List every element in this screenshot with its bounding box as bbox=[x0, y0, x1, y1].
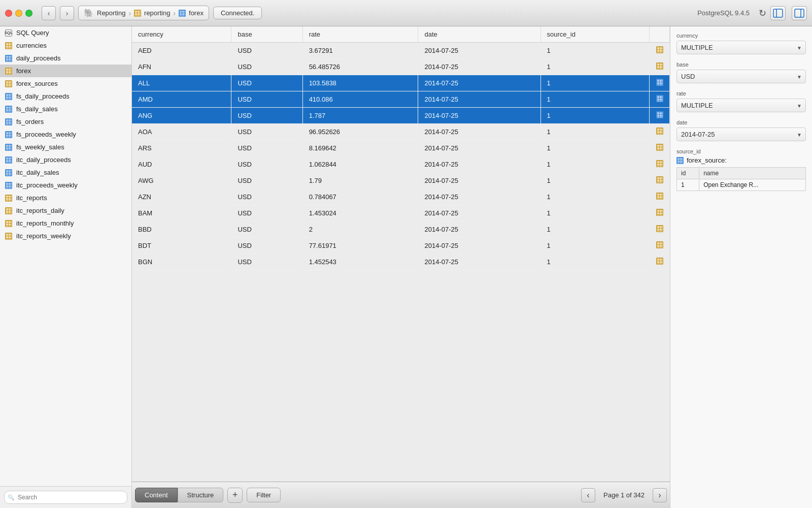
table-row[interactable]: AFN USD 56.485726 2014-07-25 1 bbox=[132, 59, 670, 75]
cell-rate: 56.485726 bbox=[302, 59, 418, 75]
view-sidebar-left-button[interactable] bbox=[770, 6, 786, 20]
rp-rate-select[interactable]: MULTIPLE bbox=[676, 99, 806, 112]
sidebar-item-itc-reports-monthly[interactable]: itc_reports_monthly bbox=[0, 217, 131, 230]
sidebar-item-daily-proceeds[interactable]: daily_proceeds bbox=[0, 52, 131, 65]
forward-button[interactable]: › bbox=[60, 6, 74, 20]
sidebar-item-forex[interactable]: forex bbox=[0, 65, 131, 77]
sidebar-item-label: itc_daily_sales bbox=[16, 169, 59, 176]
table-blue-icon bbox=[5, 118, 12, 125]
cell-base: USD bbox=[231, 189, 302, 205]
cell-source-id: 1 bbox=[540, 75, 649, 91]
cell-rate: 77.61971 bbox=[302, 238, 418, 254]
filter-button[interactable]: Filter bbox=[247, 488, 281, 502]
table-row[interactable]: BAM USD 1.453024 2014-07-25 1 bbox=[132, 205, 670, 221]
row-table-icon bbox=[656, 144, 663, 151]
cell-source-id: 1 bbox=[540, 43, 649, 59]
cell-source-id: 1 bbox=[540, 254, 649, 270]
cell-rate: 103.5838 bbox=[302, 75, 418, 91]
tab-content[interactable]: Content bbox=[135, 488, 178, 502]
table-row[interactable]: BDT USD 77.61971 2014-07-25 1 bbox=[132, 238, 670, 254]
sidebar-item-currencies[interactable]: currencies bbox=[0, 39, 131, 52]
rp-fk-table-name: forex_source: bbox=[687, 156, 727, 164]
sidebar-item-itc-daily-proceeds[interactable]: itc_daily_proceeds bbox=[0, 153, 131, 166]
table-row[interactable]: BBD USD 2 2014-07-25 1 bbox=[132, 221, 670, 238]
page-nav: ‹ Page 1 of 342 › bbox=[581, 488, 667, 502]
col-currency[interactable]: currency bbox=[132, 26, 231, 43]
prev-page-button[interactable]: ‹ bbox=[581, 488, 595, 502]
sidebar-item-fs-daily-proceeds[interactable]: fs_daily_proceeds bbox=[0, 90, 131, 103]
row-table-icon bbox=[656, 176, 663, 183]
col-base[interactable]: base bbox=[231, 26, 302, 43]
table-row[interactable]: AED USD 3.67291 2014-07-25 1 bbox=[132, 43, 670, 59]
sidebar-item-itc-proceeds-weekly[interactable]: itc_proceeds_weekly bbox=[0, 179, 131, 192]
sidebar-item-fs-orders[interactable]: fs_orders bbox=[0, 115, 131, 128]
breadcrumb-schema[interactable]: reporting bbox=[144, 9, 170, 17]
cell-base: USD bbox=[231, 254, 302, 270]
cell-base: USD bbox=[231, 108, 302, 124]
table-row[interactable]: ARS USD 8.169642 2014-07-25 1 bbox=[132, 140, 670, 156]
search-input[interactable] bbox=[4, 491, 127, 504]
row-table-icon bbox=[656, 95, 663, 102]
cell-base: USD bbox=[231, 59, 302, 75]
sidebar-item-sql-query[interactable]: SQLSQL Query bbox=[0, 26, 131, 39]
cell-rate: 1.79 bbox=[302, 173, 418, 189]
rp-date-select[interactable]: 2014-07-25 bbox=[676, 128, 806, 141]
rp-rate-label: rate bbox=[676, 90, 806, 97]
breadcrumb-table[interactable]: forex bbox=[189, 9, 204, 17]
table-body: AED USD 3.67291 2014-07-25 1 AFN USD 56.… bbox=[132, 43, 670, 270]
cell-icon bbox=[650, 221, 670, 238]
rp-source-id-label: source_id bbox=[676, 148, 806, 154]
table-row[interactable]: AWG USD 1.79 2014-07-25 1 bbox=[132, 173, 670, 189]
breadcrumb: 🐘 Reporting › reporting › forex bbox=[78, 6, 209, 20]
view-sidebar-right-button[interactable] bbox=[792, 6, 807, 20]
table-orange-icon bbox=[5, 80, 12, 87]
pg-version: PostgreSQL 9.4.5 bbox=[692, 9, 755, 17]
table-row[interactable]: ANG USD 1.787 2014-07-25 1 bbox=[132, 108, 670, 124]
breadcrumb-sep-1: › bbox=[128, 9, 131, 17]
sidebar-item-fs-daily-sales[interactable]: fs_daily_sales bbox=[0, 103, 131, 115]
table-row[interactable]: ALL USD 103.5838 2014-07-25 1 bbox=[132, 75, 670, 91]
col-date[interactable]: date bbox=[418, 26, 540, 43]
cell-rate: 2 bbox=[302, 221, 418, 238]
add-row-button[interactable]: + bbox=[227, 488, 243, 503]
next-page-button[interactable]: › bbox=[653, 488, 667, 502]
col-rate[interactable]: rate bbox=[302, 26, 418, 43]
table-row[interactable]: AMD USD 410.086 2014-07-25 1 bbox=[132, 91, 670, 108]
table-row[interactable]: AOA USD 96.952626 2014-07-25 1 bbox=[132, 124, 670, 140]
refresh-button[interactable]: ↻ bbox=[759, 8, 766, 19]
table-row[interactable]: BGN USD 1.452543 2014-07-25 1 bbox=[132, 254, 670, 270]
sidebar-item-forex-sources[interactable]: forex_sources bbox=[0, 77, 131, 90]
breadcrumb-db[interactable]: Reporting bbox=[97, 9, 125, 17]
table-orange-icon bbox=[5, 68, 12, 75]
tab-structure[interactable]: Structure bbox=[178, 488, 224, 502]
maximize-button[interactable] bbox=[25, 10, 32, 17]
cell-rate: 1.062844 bbox=[302, 156, 418, 173]
minimize-button[interactable] bbox=[15, 10, 22, 17]
cell-date: 2014-07-25 bbox=[418, 189, 540, 205]
data-table-wrap: currency base rate date source_id AED US… bbox=[132, 26, 670, 482]
rp-base-select[interactable]: USD bbox=[676, 70, 806, 83]
breadcrumb-sep-2: › bbox=[173, 9, 176, 17]
rp-currency-select[interactable]: MULTIPLE bbox=[676, 41, 806, 54]
cell-rate: 96.952626 bbox=[302, 124, 418, 140]
table-blue-icon bbox=[5, 169, 12, 176]
sidebar-item-itc-reports-weekly[interactable]: itc_reports_weekly bbox=[0, 230, 131, 242]
back-button[interactable]: ‹ bbox=[42, 6, 56, 20]
fk-col-id: id bbox=[677, 168, 699, 179]
table-row[interactable]: AZN USD 0.784067 2014-07-25 1 bbox=[132, 189, 670, 205]
sidebar-item-itc-reports-daily[interactable]: itc_reports_daily bbox=[0, 204, 131, 217]
row-table-icon bbox=[656, 128, 663, 135]
sidebar-item-fs-weekly-sales[interactable]: fs_weekly_sales bbox=[0, 141, 131, 153]
cell-source-id: 1 bbox=[540, 91, 649, 108]
sidebar-item-fs-proceeds-weekly[interactable]: fs_proceeds_weekly bbox=[0, 128, 131, 141]
sidebar-item-itc-reports[interactable]: itc_reports bbox=[0, 192, 131, 204]
table-row[interactable]: AUD USD 1.062844 2014-07-25 1 bbox=[132, 156, 670, 173]
cell-rate: 410.086 bbox=[302, 91, 418, 108]
cell-date: 2014-07-25 bbox=[418, 254, 540, 270]
col-source-id[interactable]: source_id bbox=[540, 26, 649, 43]
table-blue-icon bbox=[5, 182, 12, 189]
close-button[interactable] bbox=[5, 10, 12, 17]
cell-icon bbox=[650, 75, 670, 91]
rp-date-label: date bbox=[676, 119, 806, 125]
sidebar-item-itc-daily-sales[interactable]: itc_daily_sales bbox=[0, 166, 131, 179]
